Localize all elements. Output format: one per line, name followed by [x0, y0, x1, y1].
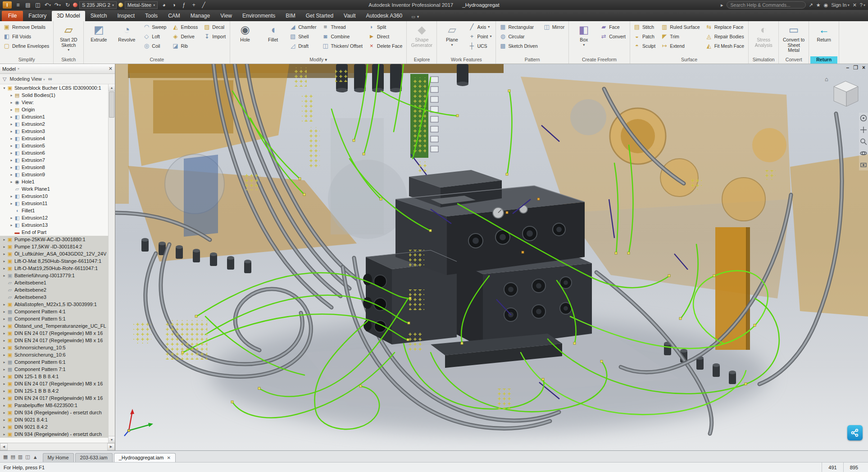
tree-item-din-en-24-017-regelgewinde-m8-x-16[interactable]: ▸▣DIN EN 24 017 (Regelgewinde) M8 x 16	[0, 380, 108, 387]
tree-expander-icon[interactable]: ▸	[9, 115, 14, 119]
ribbon-group-label-explore[interactable]: Explore	[408, 56, 435, 64]
tree-item-extrusion7[interactable]: ▸◧Extrusion7	[0, 156, 108, 164]
ribbon-button-import[interactable]: ↧Import	[201, 32, 228, 41]
tree-expander-icon[interactable]: ▸	[2, 302, 7, 307]
tree-expander-icon[interactable]: ▸	[2, 252, 7, 256]
tree-expander-icon[interactable]: ▸	[2, 382, 7, 386]
tree-expander-icon[interactable]: ▸	[2, 418, 7, 422]
tree-item-extrusion2[interactable]: ▸◧Extrusion2	[0, 120, 108, 128]
ribbon-group-label-surface[interactable]: Surface	[632, 56, 747, 64]
tree-expander-icon[interactable]: ▸	[2, 403, 7, 408]
tree-expander-icon[interactable]: ▸	[9, 194, 14, 198]
pan-icon[interactable]	[860, 126, 867, 133]
tree-expander-icon[interactable]: ▸	[2, 310, 7, 314]
tree-expander-icon[interactable]: ▸	[9, 122, 14, 126]
ribbon-button-direct[interactable]: ►Direct	[366, 32, 405, 41]
tree-expander-icon[interactable]: ▸	[9, 108, 14, 112]
ribbon-button-decal[interactable]: ▨Decal	[201, 22, 228, 32]
scroll-up-icon[interactable]: ▲	[109, 84, 115, 91]
ribbon-button-box[interactable]: ◧Box▾	[570, 22, 597, 47]
ribbon-tab-view[interactable]: View	[215, 11, 237, 21]
tree-item-extrusion4[interactable]: ▸◧Extrusion4	[0, 135, 108, 142]
ribbon-button-return[interactable]: ←Return	[810, 22, 837, 43]
tree-expander-icon[interactable]: ▸	[9, 151, 14, 155]
ribbon-group-label-simplify[interactable]: Simplify	[1, 56, 52, 64]
doc-tab-close-icon[interactable]: ✕	[167, 455, 170, 460]
switch-windows-icon[interactable]: ▦	[3, 454, 8, 460]
tree-item-view[interactable]: ▸◉View:	[0, 99, 108, 106]
ribbon-button-combine[interactable]: ◙Combine	[320, 32, 365, 41]
ribbon-button-draft[interactable]: ◿Draft	[287, 41, 319, 50]
doc-close-button[interactable]: ×	[862, 64, 865, 71]
tree-item-extrusion10[interactable]: ▸◧Extrusion10	[0, 192, 108, 200]
browser-close-icon[interactable]: ✕	[109, 66, 113, 72]
ribbon-button-hole[interactable]: ◉Hole	[232, 22, 259, 43]
tree-expander-icon[interactable]: ▸	[9, 223, 14, 227]
ribbon-button-delete-face[interactable]: ×Delete Face	[366, 41, 405, 50]
tree-expander-icon[interactable]: ▸	[9, 137, 14, 141]
ribbon-button-repair-bodies[interactable]: ◬Repair Bodies	[704, 32, 747, 41]
scene-svg[interactable]	[115, 64, 868, 450]
ribbon-tab-tools[interactable]: Tools	[140, 11, 163, 21]
ribbon-button-shell[interactable]: ▧Shell	[287, 32, 319, 41]
ribbon-group-label-pattern[interactable]: Pattern	[497, 56, 567, 64]
tree-expander-icon[interactable]: ▸	[9, 93, 14, 97]
favorites-star-icon[interactable]: ★	[816, 2, 821, 8]
look-at-icon[interactable]	[860, 161, 867, 169]
ribbon-group-label-work-features[interactable]: Work Features	[438, 56, 494, 64]
ribbon-group-label-create-freeform[interactable]: Create Freeform	[570, 56, 628, 64]
ribbon-tab-cam[interactable]: CAM	[163, 11, 185, 21]
tree-item-component-pattern-7-1[interactable]: ▸▦Component Pattern 7:1	[0, 366, 108, 373]
tree-expander-icon[interactable]: ▸	[2, 259, 7, 263]
ribbon-button-fit-mesh-face[interactable]: ◭Fit Mesh Face	[704, 41, 747, 50]
ribbon-button-shape-generator[interactable]: ◆Shape Generator	[408, 22, 435, 48]
ribbon-button-extend[interactable]: ↦Extend	[659, 41, 703, 50]
arrange-icons-icon[interactable]: ▥	[18, 454, 23, 460]
ribbon-group-label-create[interactable]: Create	[85, 56, 228, 64]
search-input[interactable]	[727, 1, 806, 9]
ribbon-button-emboss[interactable]: ◭Emboss	[170, 22, 200, 32]
tree-expander-icon[interactable]: ▸	[2, 266, 7, 270]
tab-overflow-icon[interactable]: ▭	[411, 14, 415, 19]
tree-item-din-934-regelgewinde-ersetzt-durch[interactable]: ▸▣DIN 934 (Regelgewinde) - ersetzt durch	[0, 409, 108, 416]
orbit-icon[interactable]	[860, 150, 867, 157]
tree-item-extrusion5[interactable]: ▸◧Extrusion5	[0, 142, 108, 149]
tree-expander-icon[interactable]: ▾	[2, 86, 7, 90]
viewport[interactable]: – ❐ × ⌂	[115, 64, 868, 450]
tree-item-component-pattern-6-1[interactable]: ▸▦Component Pattern 6:1	[0, 358, 108, 366]
ribbon-tab-bim[interactable]: BIM	[281, 11, 300, 21]
ribbon-button-replace-face[interactable]: ⇆Replace Face	[704, 22, 747, 32]
appearance-combo[interactable]: Metal-Stee▾	[125, 1, 158, 9]
tree-expander-icon[interactable]: ▸	[2, 432, 7, 436]
scroll-left-icon[interactable]: ◀	[0, 443, 8, 450]
ribbon-button-remove-details[interactable]: ▣Remove Details	[1, 22, 52, 32]
doc-restore-button[interactable]: ❐	[853, 64, 858, 71]
tree-item-extrusion3[interactable]: ▸◧Extrusion3	[0, 128, 108, 135]
tile-windows-icon[interactable]: ▤	[10, 454, 15, 460]
ribbon-tab-manage[interactable]: Manage	[186, 11, 215, 21]
ribbon-button-stitch[interactable]: ▤Stitch	[632, 22, 658, 32]
tree-expander-icon[interactable]: ▸	[9, 180, 14, 184]
tree-item-arbeitsebene1[interactable]: ▱Arbeitsebene1	[0, 279, 108, 286]
ribbon-button-face[interactable]: ▰Face	[598, 22, 628, 32]
zoom-icon[interactable]	[860, 138, 867, 145]
tree-expander-icon[interactable]: ▸	[2, 339, 7, 343]
tree-item-extrusion8[interactable]: ▸◧Extrusion8	[0, 164, 108, 171]
tree-item-arbeitsebene2[interactable]: ▱Arbeitsebene2	[0, 286, 108, 293]
tree-item-din-934-regelgewinde-ersetzt-durch[interactable]: ▸▣DIN 934 (Regelgewinde) - ersetzt durch	[0, 431, 108, 438]
ribbon-button-sketch-driven[interactable]: ▩Sketch Driven	[497, 41, 540, 50]
ribbon-tab-inspect[interactable]: Inspect	[112, 11, 140, 21]
fx-icon[interactable]: ƒ	[179, 1, 188, 9]
tree-item-component-pattern-5-1[interactable]: ▸▦Component Pattern 5:1	[0, 315, 108, 322]
ribbon-button-fillet[interactable]: ◖Fillet	[259, 22, 286, 43]
doc-minimize-button[interactable]: –	[846, 64, 850, 71]
ribbon-button-stress-analysis[interactable]: ◐Stress Analysis	[750, 22, 777, 48]
tree-expander-icon[interactable]: ▸	[2, 238, 7, 242]
ribbon-button-circular[interactable]: ◍Circular	[497, 32, 540, 41]
tree-expander-icon[interactable]: ▸	[9, 216, 14, 220]
ribbon-button-start-2d-sketch[interactable]: ▱Start 2D Sketch▾	[55, 22, 82, 52]
tree-expander-icon[interactable]: ▸	[2, 346, 7, 350]
tree-item-l-luftk-hler-asa-0043gd02-12v-24v[interactable]: ▸▣Öl_Luftkühler_ASA_0043GD02_12V_24V	[0, 250, 108, 257]
tree-expander-icon[interactable]: ▸	[2, 360, 7, 364]
ribbon-button-point[interactable]: +Point▾	[466, 32, 494, 41]
